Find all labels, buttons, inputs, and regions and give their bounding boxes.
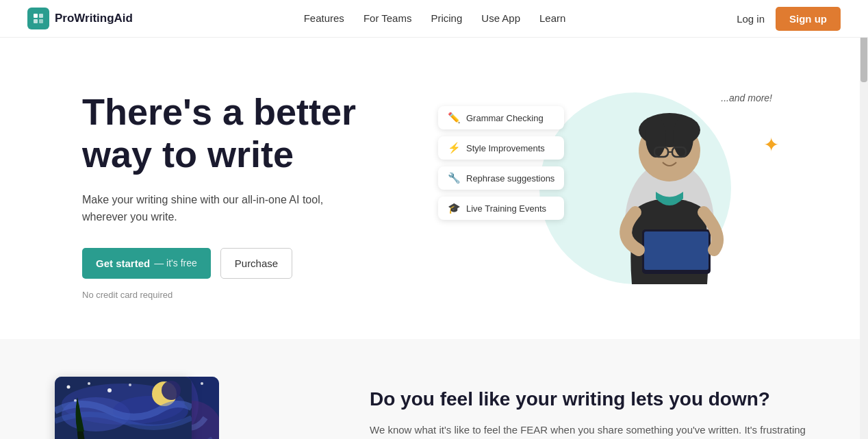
style-icon: ⚡ xyxy=(448,142,461,154)
login-button[interactable]: Log in xyxy=(737,13,765,25)
nav-use-app[interactable]: Use App xyxy=(481,12,520,24)
svg-point-32 xyxy=(107,388,112,392)
sparkle-icon: ✦ xyxy=(763,134,779,156)
hero-left: There's a better way to write Make your … xyxy=(82,90,411,299)
section2-body: We know what it's like to feel the FEAR … xyxy=(370,421,813,439)
training-icon: 🎓 xyxy=(448,202,461,214)
nav-for-teams[interactable]: For Teams xyxy=(363,12,412,24)
feature-pills: ✏️ Grammar Checking ⚡ Style Improvements… xyxy=(438,106,564,220)
hero-person-illustration xyxy=(594,86,745,305)
pill-grammar: ✏️ Grammar Checking xyxy=(438,106,564,129)
art-card-front: My idea in my head xyxy=(55,377,192,439)
svg-point-29 xyxy=(162,381,181,400)
nav-pricing[interactable]: Pricing xyxy=(431,12,462,24)
get-started-label: Get started xyxy=(96,258,150,269)
hero-buttons: Get started — it's free Purchase xyxy=(82,248,411,279)
svg-point-8 xyxy=(673,116,693,158)
nav-features[interactable]: Features xyxy=(304,12,344,24)
nav-learn[interactable]: Learn xyxy=(539,12,565,24)
get-started-button[interactable]: Get started — it's free xyxy=(82,248,211,279)
svg-rect-1 xyxy=(39,14,43,18)
grammar-icon: ✏️ xyxy=(448,112,461,124)
section2: My idea in my head Do you feel like your… xyxy=(0,339,868,439)
section2-right: Do you feel like your writing lets you d… xyxy=(370,373,813,439)
pill-style: ⚡ Style Improvements xyxy=(438,136,564,160)
purchase-button[interactable]: Purchase xyxy=(220,248,292,279)
section2-title: Do you feel like your writing lets you d… xyxy=(370,387,813,412)
pill-rephrase: 🔧 Rephrase suggestions xyxy=(438,166,564,190)
nav-links: Features For Teams Pricing Use App Learn xyxy=(304,12,566,25)
pill-training: 🎓 Live Training Events xyxy=(438,197,564,220)
hero-title: There's a better way to write xyxy=(82,90,411,175)
svg-point-33 xyxy=(129,384,131,386)
svg-rect-13 xyxy=(644,231,709,270)
and-more-label: ...and more! xyxy=(721,92,772,103)
hero-subtitle: Make your writing shine with our all-in-… xyxy=(82,191,342,226)
art-cards: My idea in my head xyxy=(55,373,288,439)
logo-text: ProWritingAid xyxy=(55,12,133,25)
svg-rect-2 xyxy=(34,19,38,23)
logo-icon xyxy=(27,8,49,29)
logo-link[interactable]: ProWritingAid xyxy=(27,8,133,29)
svg-point-31 xyxy=(88,382,90,385)
navbar: ProWritingAid Features For Teams Pricing… xyxy=(0,0,868,38)
svg-rect-0 xyxy=(34,14,38,18)
hero-right: ✏️ Grammar Checking ⚡ Style Improvements… xyxy=(411,79,813,312)
svg-point-7 xyxy=(646,116,666,158)
free-tag: — it's free xyxy=(154,258,197,268)
svg-rect-3 xyxy=(39,19,43,23)
svg-point-30 xyxy=(67,386,71,389)
rephrase-icon: 🔧 xyxy=(448,172,461,184)
hero-section: There's a better way to write Make your … xyxy=(0,38,868,339)
hero-note: No credit card required xyxy=(82,290,411,300)
svg-point-21 xyxy=(201,382,203,385)
signup-button[interactable]: Sign up xyxy=(776,7,841,31)
section2-left: My idea in my head xyxy=(55,373,315,439)
scrollbar-track[interactable] xyxy=(860,0,868,439)
nav-actions: Log in Sign up xyxy=(737,7,841,31)
